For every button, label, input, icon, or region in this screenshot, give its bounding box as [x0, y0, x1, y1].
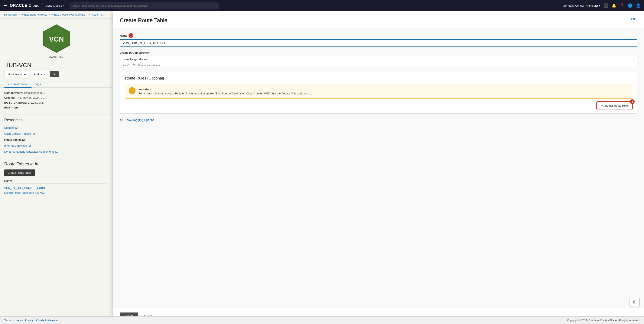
vcn-tabs: VCN Information Tags	[0, 81, 113, 88]
dialog-header: Create Route Table Help	[113, 11, 644, 28]
breadcrumb-sep-1: »	[19, 13, 20, 16]
region-chevron-icon: ▾	[598, 4, 600, 7]
route-table-row-1[interactable]: VCN_RT_HUB_PRIVATE_SUBNE...	[4, 186, 108, 190]
vcn-ipv6-row: IPv6 Prefix: -	[4, 106, 108, 109]
name-label: Name 1	[120, 33, 637, 38]
breadcrumb-sep-2: »	[49, 13, 50, 16]
compartment-form-group: Create In Compartment IwanHoogendoorn :r…	[120, 51, 637, 67]
route-tables-title: Route Tables in Iv...	[4, 162, 108, 166]
name-input[interactable]	[120, 39, 637, 47]
resources-section: Resources Subnets (2) CIDR Blocks/Prefix…	[0, 114, 113, 158]
resources-list: Subnets (2) CIDR Blocks/Prefixes (1) Rou…	[4, 125, 108, 155]
route-table-row-2[interactable]: Default Route Table for HUB-VC...	[4, 190, 108, 195]
breadcrumb-vcn-details[interactable]: Virtual Cloud Network Details -	[52, 13, 87, 16]
route-tables-section: Route Tables in Iv... Create Route Table…	[0, 158, 113, 199]
hub-vcn-title: HUB-VCN	[0, 62, 113, 71]
user-icon[interactable]: 👤	[636, 3, 640, 8]
ipv4-label: IPv4 CIDR Block:	[4, 101, 27, 104]
dialog-body: Name 1 Create In Compartment IwanHoogend…	[113, 28, 644, 308]
dialog-title: Create Route Table	[120, 17, 168, 24]
globe-icon[interactable]: 🌐	[628, 3, 632, 8]
more-actions-button[interactable]: ▼	[50, 71, 59, 78]
compartment-select-wrapper: IwanHoogendoorn	[120, 56, 637, 63]
created-label: Created:	[4, 96, 16, 99]
name-form-group: Name 1	[120, 33, 637, 47]
warning-box: ! Important: For a route rule that targe…	[125, 84, 632, 99]
hamburger-icon[interactable]: ☰	[4, 3, 7, 8]
cidr-blocks-link[interactable]: CIDR Blocks/Prefixes (1)	[4, 132, 35, 135]
tagging-icon: ⚙	[120, 118, 123, 122]
action-buttons: Move resource Add tags ▼	[0, 71, 113, 81]
route-rule-actions: + Another Route Rule 2	[125, 102, 632, 109]
compartment-value: IwanHoogendo...	[24, 91, 45, 94]
list-item: Route Tables (2)	[4, 137, 108, 143]
resources-title: Resources	[4, 118, 108, 122]
footer-copyright: Copyright © 2024, Oracle and/or its affi…	[567, 319, 640, 322]
tab-tags[interactable]: Tags	[32, 81, 44, 88]
show-tagging-options-link[interactable]: Show Tagging Options	[124, 118, 154, 122]
add-tags-button[interactable]: Add tags	[31, 71, 48, 78]
search-input[interactable]	[70, 2, 219, 9]
help-widget-icon: ⊞	[633, 299, 636, 304]
oracle-logo: ORACLE Cloud	[10, 4, 40, 8]
vcn-ipv4-row: IPv4 CIDR Block: 172.16.0.0/2...	[4, 101, 108, 104]
main-content: Networking » Virtual cloud networks » Vi…	[0, 11, 644, 324]
table-column-name: Name	[4, 179, 108, 184]
breadcrumb-vcn[interactable]: Virtual cloud networks	[22, 13, 47, 16]
list-item: Internet Gateways (1)	[4, 143, 108, 149]
vcn-created-row: Created: Thu, May 16, 2024, 0...	[4, 96, 108, 99]
left-column: Networking » Virtual cloud networks » Vi…	[0, 11, 113, 324]
route-rules-section: Route Rules (Optional) ! Important: For …	[120, 72, 637, 114]
list-item: CIDR Blocks/Prefixes (1)	[4, 131, 108, 137]
footer-bar: Terms of Use and Privacy Cookie Preferen…	[0, 316, 644, 324]
subnets-link[interactable]: Subnets (2)	[4, 126, 18, 130]
help-link[interactable]: Help	[631, 17, 637, 20]
warning-icon: !	[129, 87, 136, 94]
compartment-path: :root/NETWORK/IwanHoogendoorn	[120, 63, 637, 67]
list-item: Subnets (2)	[4, 125, 108, 131]
route-tables-link[interactable]: Route Tables (2)	[4, 138, 26, 141]
route-rules-title: Route Rules (Optional)	[125, 76, 632, 80]
another-route-rule-button[interactable]: + Another Route Rule 2	[597, 102, 632, 109]
tab-vcn-information[interactable]: VCN Information	[4, 81, 32, 88]
vcn-compartment-row: Compartment: IwanHoogendo...	[4, 91, 108, 94]
compartment-select[interactable]: IwanHoogendoorn	[120, 56, 637, 63]
internet-gateways-link[interactable]: Internet Gateways (1)	[4, 144, 31, 147]
help-widget[interactable]: ⊞	[630, 297, 640, 307]
svg-text:VCN: VCN	[49, 35, 64, 43]
breadcrumb-networking[interactable]: Networking	[4, 13, 17, 16]
drg-link[interactable]: Dynamic Routing Gateways Attachments (1)	[4, 150, 58, 153]
move-resource-button[interactable]: Move resource	[4, 71, 29, 78]
region-selector[interactable]: Germany Central (Frankfurt) ▾	[563, 4, 600, 7]
help-icon[interactable]: ❓	[620, 3, 624, 8]
warning-title: Important:	[138, 88, 152, 91]
nav-right: Germany Central (Frankfurt) ▾ ⬛ 🔔 ❓ 🌐 👤	[563, 3, 640, 8]
breadcrumb-sep-3: »	[88, 13, 90, 16]
footer-left: Terms of Use and Privacy Cookie Preferen…	[4, 319, 58, 322]
cloud-classic-button[interactable]: Cloud Classic »	[42, 3, 67, 8]
terms-link[interactable]: Terms of Use and Privacy	[4, 319, 34, 322]
vcn-info: Compartment: IwanHoogendo... Created: Th…	[0, 88, 113, 114]
create-route-table-button[interactable]: Create Route Table	[4, 170, 35, 176]
compartment-label: Compartment:	[4, 91, 23, 94]
ipv4-value: 172.16.0.0/2...	[28, 101, 45, 104]
compartment-label: Create In Compartment	[120, 51, 637, 54]
vcn-hexagon-icon: VCN	[42, 24, 72, 54]
display-icon[interactable]: ⬛	[604, 3, 608, 8]
warning-body: For a route rule that targets a Private …	[138, 92, 312, 95]
warning-text: Important: For a route rule that targets…	[138, 87, 312, 96]
tagging-options: ⚙ Show Tagging Options	[120, 118, 637, 122]
cookies-link[interactable]: Cookie Preferences	[36, 319, 58, 322]
step-1-badge: 1	[128, 33, 133, 38]
ipv6-label: IPv6 Prefix:	[4, 106, 20, 109]
breadcrumb: Networking » Virtual cloud networks » Vi…	[0, 11, 113, 18]
bell-icon[interactable]: 🔔	[612, 3, 616, 8]
list-item: Dynamic Routing Gateways Attachments (1)	[4, 149, 108, 155]
created-value: Thu, May 16, 2024, 0...	[16, 96, 45, 99]
step-2-badge: 2	[630, 99, 634, 104]
ipv6-value: -	[20, 106, 21, 109]
vcn-status-label: AVAILABLE	[49, 55, 64, 58]
vcn-icon-area: VCN AVAILABLE	[0, 18, 113, 62]
breadcrumb-route-table[interactable]: Route Ta...	[92, 13, 104, 16]
region-label: Germany Central (Frankfurt)	[563, 4, 598, 7]
